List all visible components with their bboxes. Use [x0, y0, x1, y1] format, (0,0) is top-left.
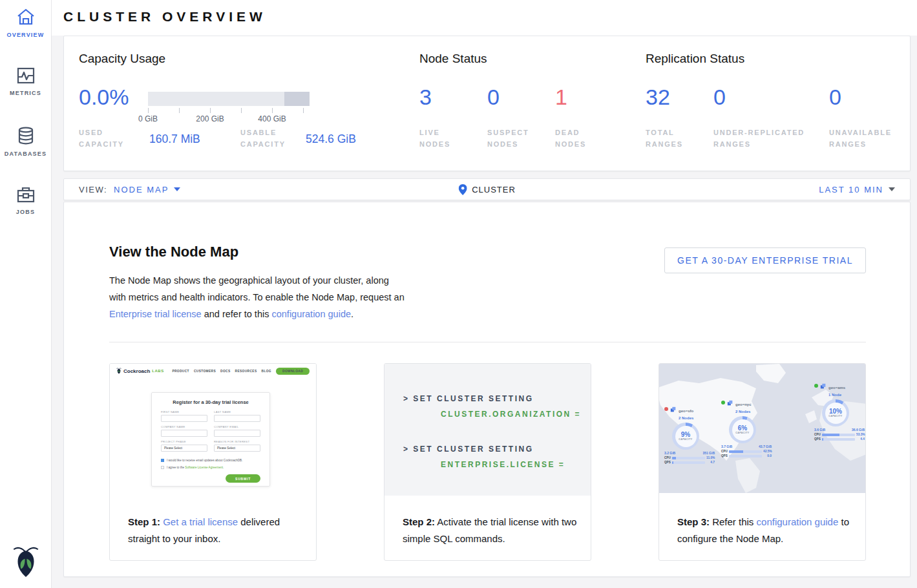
node-map-preview-image: geo=sfo2 Nodes 9%CAPACITY 3.2 GiB351 GiB… — [659, 364, 865, 493]
node-status-title: Node Status — [419, 52, 487, 66]
usable-capacity-value: 524.6 GiB — [306, 132, 356, 146]
capacity-ring: 10%CAPACITY — [822, 399, 849, 426]
cluster-summary-panel: Capacity Usage 0.0% 0 GiB 200 GiB 400 Gi… — [63, 36, 911, 171]
submit-button: SUBMIT — [226, 474, 260, 483]
configuration-guide-link[interactable]: configuration guide — [271, 309, 351, 319]
app-root: OVERVIEW METRICS DATABASES — [0, 0, 917, 588]
download-button: DOWNLOAD — [276, 368, 310, 375]
capacity-gauge-ticks — [148, 108, 310, 113]
status-dot-red-icon — [664, 407, 668, 411]
chevron-down-icon — [889, 187, 895, 191]
last-name-field — [214, 415, 260, 422]
gauge-tick-label: 200 GiB — [196, 114, 224, 123]
capacity-gauge — [148, 92, 310, 106]
live-nodes-value: 3 — [419, 85, 432, 109]
project-phase-select: Please Select — [161, 445, 207, 452]
company-name-field — [161, 430, 207, 437]
unavailable-ranges-value: 0 — [829, 85, 841, 109]
sidebar-item-overview[interactable]: OVERVIEW — [0, 8, 51, 59]
view-bar: VIEW: NODE MAP CLUSTER LAST 10 MIN — [63, 178, 911, 200]
sql-commands-snippet: > SET CLUSTER SETTING CLUSTER.ORGANIZATI… — [385, 364, 591, 496]
capacity-usage-title: Capacity Usage — [79, 52, 165, 66]
view-selector-value: NODE MAP — [114, 185, 169, 194]
step2-card: > SET CLUSTER SETTING CLUSTER.ORGANIZATI… — [384, 363, 591, 561]
cube-icon — [670, 406, 677, 413]
desc-text: . — [351, 309, 353, 319]
view-label: VIEW: — [79, 185, 107, 194]
sidebar-item-databases[interactable]: DATABASES — [0, 127, 51, 178]
trial-registration-screenshot: Cockroach LABS PRODUCT CUSTOMERS DOCS RE… — [110, 364, 316, 511]
desc-text: and refer to this — [202, 309, 272, 319]
nav-blog: BLOG — [262, 370, 271, 373]
suspect-nodes-label: SUSPECTNODES — [487, 127, 529, 150]
step3-card: geo=sfo2 Nodes 9%CAPACITY 3.2 GiB351 GiB… — [659, 363, 866, 561]
sidebar-item-label: OVERVIEW — [7, 32, 45, 38]
cockroach-bug-icon — [12, 545, 39, 578]
enterprise-trial-license-link[interactable]: Enterprise trial license — [109, 309, 202, 319]
checkbox-checked-icon — [161, 459, 164, 462]
node-locality-widget: geo=sfo2 Nodes 9%CAPACITY 3.2 GiB351 GiB… — [664, 406, 715, 465]
cluster-scope-label: CLUSTER — [472, 185, 516, 194]
cluster-scope: CLUSTER — [458, 184, 516, 195]
sidebar-item-metrics[interactable]: METRICS — [0, 67, 51, 119]
gauge-tick-label: 400 GiB — [258, 114, 286, 123]
node-locality-widget: geo=ams1 Node 10%CAPACITY 3.6 GiB36.6 Gi… — [814, 383, 865, 442]
cockroach-labs-site-logo: Cockroach LABS — [116, 368, 164, 374]
cube-icon — [820, 383, 827, 390]
capacity-ring: 9%CAPACITY — [672, 423, 699, 450]
total-ranges-label: TOTALRANGES — [646, 127, 683, 150]
trial-registration-form: Register for a 30-day trial license FIRS… — [151, 392, 270, 487]
license-agreement-checkbox: I agree to the Software License Agreemen… — [161, 466, 260, 469]
get-trial-license-link[interactable]: Get a trial license — [163, 516, 238, 527]
nav-resources: RESOURCES — [235, 370, 257, 373]
location-pin-icon — [458, 184, 467, 195]
metrics-icon — [17, 67, 35, 84]
company-email-field — [214, 430, 260, 437]
nav-product: PRODUCT — [172, 370, 189, 373]
replication-status-title: Replication Status — [646, 52, 744, 66]
sidebar-item-jobs[interactable]: JOBS — [0, 186, 51, 238]
first-name-field — [161, 415, 207, 422]
section-divider — [109, 342, 866, 342]
chevron-down-icon — [174, 187, 180, 191]
sql-command: > SET CLUSTER SETTING — [403, 391, 591, 406]
used-capacity-value: 160.7 MiB — [149, 132, 200, 146]
node-map-description: The Node Map shows the geographical layo… — [109, 272, 408, 322]
desc-text: The Node Map shows the geographical layo… — [109, 275, 405, 302]
enterprise-trial-button[interactable]: GET A 30-DAY ENTERPRISE TRIAL — [664, 247, 866, 273]
view-selector-dropdown[interactable]: NODE MAP — [114, 185, 180, 194]
databases-icon — [17, 127, 34, 145]
used-capacity-label: USEDCAPACITY — [79, 127, 124, 150]
dead-nodes-label: DEADNODES — [555, 127, 586, 150]
page-title: CLUSTER OVERVIEW — [63, 9, 266, 25]
under-replicated-ranges-label: UNDER-REPLICATEDRANGES — [713, 127, 805, 150]
node-map-heading: View the Node Map — [109, 244, 238, 260]
nav-docs: DOCS — [220, 370, 230, 373]
title-strip: CLUSTER OVERVIEW — [52, 0, 917, 36]
configuration-guide-link[interactable]: configuration guide — [757, 516, 839, 527]
reason-select: Please Select — [214, 445, 260, 452]
capacity-used-percent: 0.0% — [79, 85, 129, 109]
cockroach-labs-logo — [12, 545, 39, 580]
capacity-ring: 6%CAPACITY — [729, 416, 756, 443]
step3-caption: Step 3: Refer this configuration guide t… — [677, 514, 854, 547]
time-range-value: LAST 10 MIN — [819, 185, 883, 194]
capacity-gauge-segment — [284, 92, 310, 106]
step1-caption: Step 1: Get a trial license delivered st… — [128, 514, 304, 547]
time-range-dropdown[interactable]: LAST 10 MIN — [819, 185, 895, 194]
home-icon — [16, 8, 36, 26]
step1-card: Cockroach LABS PRODUCT CUSTOMERS DOCS RE… — [109, 363, 317, 561]
total-ranges-value: 32 — [646, 85, 670, 109]
under-replicated-ranges-value: 0 — [713, 85, 726, 109]
dead-nodes-value: 1 — [555, 85, 567, 109]
sidebar-item-label: JOBS — [16, 209, 35, 215]
sql-setting: CLUSTER.ORGANIZATION = — [441, 406, 591, 422]
status-dot-green-icon — [721, 401, 725, 404]
form-title: Register for a 30-day trial license — [161, 399, 260, 405]
email-updates-checkbox: I would like to receive email updates ab… — [161, 459, 260, 462]
sidebar-item-label: DATABASES — [5, 151, 47, 157]
sql-setting: ENTERPRISE.LICENSE = — [441, 457, 591, 472]
gauge-tick-label: 0 GiB — [138, 114, 158, 123]
cockroach-bug-icon — [116, 368, 121, 374]
status-dot-green-icon — [814, 384, 818, 388]
